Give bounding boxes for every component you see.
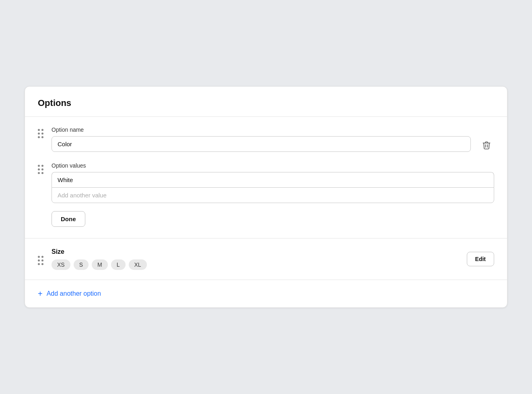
- size-option-content: Size XSSMLXL: [52, 248, 459, 270]
- drag-dot-row-1: [38, 165, 43, 167]
- add-option-plus-icon: +: [38, 290, 43, 298]
- drag-dot: [41, 133, 43, 135]
- add-option-section: + Add another option: [25, 280, 507, 307]
- size-option-name: Size: [52, 248, 459, 255]
- option-value-2-input[interactable]: [52, 187, 494, 203]
- option-name-input[interactable]: [52, 136, 471, 152]
- drag-dot-row-2: [38, 133, 43, 135]
- drag-dot: [38, 263, 40, 265]
- option-values-label: Option values: [52, 162, 494, 169]
- options-card: Options Option name: [25, 86, 507, 308]
- size-drag-handle[interactable]: [38, 253, 43, 265]
- drag-dot: [38, 168, 40, 170]
- size-tag: L: [111, 259, 126, 270]
- drag-dot: [41, 168, 43, 170]
- drag-dot-row-2: [38, 259, 43, 261]
- size-option-tags: XSSMLXL: [52, 259, 459, 270]
- drag-dot: [41, 172, 43, 174]
- drag-dot-row-3: [38, 263, 43, 265]
- drag-dot: [41, 165, 43, 167]
- delete-option-button[interactable]: [479, 138, 494, 154]
- values-inputs-container: [52, 172, 494, 203]
- option-name-label: Option name: [52, 126, 471, 133]
- drag-dot: [38, 256, 40, 258]
- drag-dot-row-1: [38, 129, 43, 131]
- drag-dot: [38, 172, 40, 174]
- page-title: Options: [38, 98, 494, 108]
- drag-dot-row-1: [38, 256, 43, 258]
- drag-dot: [41, 263, 43, 265]
- drag-dot: [41, 129, 43, 131]
- drag-dot: [38, 129, 40, 131]
- drag-dot: [41, 256, 43, 258]
- edit-size-button[interactable]: Edit: [467, 252, 494, 266]
- size-tag: M: [92, 259, 108, 270]
- drag-dot: [41, 136, 43, 138]
- drag-dot-row-3: [38, 172, 43, 174]
- drag-dot: [41, 259, 43, 261]
- color-option-section: Option name: [25, 117, 507, 238]
- drag-dot: [38, 165, 40, 167]
- trash-icon: [482, 141, 491, 150]
- drag-dot-row-3: [38, 136, 43, 138]
- option-value-1-input[interactable]: [52, 172, 494, 187]
- option-name-content: Option name: [52, 126, 471, 152]
- card-header: Options: [25, 87, 507, 116]
- size-option-section: Size XSSMLXL Edit: [25, 238, 507, 280]
- values-content: Option values Done: [52, 162, 494, 227]
- drag-dot-row-2: [38, 168, 43, 170]
- option-name-row: Option name: [38, 126, 494, 154]
- add-option-label[interactable]: Add another option: [47, 290, 101, 297]
- drag-dot: [38, 136, 40, 138]
- size-tag: XS: [52, 259, 70, 270]
- drag-dot: [38, 259, 40, 261]
- size-tag: XL: [129, 259, 147, 270]
- option-values-section: Option values Done: [38, 162, 494, 227]
- size-tag: S: [74, 259, 89, 270]
- values-drag-handle[interactable]: [38, 162, 43, 174]
- done-button[interactable]: Done: [52, 211, 85, 227]
- color-drag-handle[interactable]: [38, 126, 43, 138]
- drag-dot: [38, 133, 40, 135]
